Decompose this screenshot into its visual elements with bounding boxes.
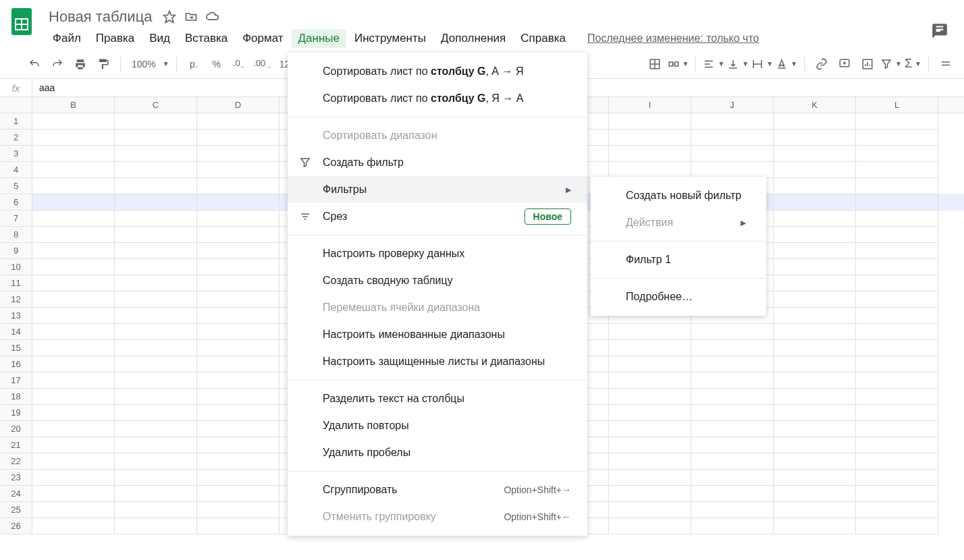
menu-sort-za[interactable]: Сортировать лист по столбцу G, Я → А [288, 85, 587, 112]
cell[interactable] [856, 372, 938, 389]
cell[interactable] [197, 340, 279, 356]
cell[interactable] [115, 340, 197, 356]
cell[interactable] [197, 162, 279, 178]
cell[interactable] [32, 146, 115, 162]
merge-cells-icon[interactable]: ▼ [668, 58, 689, 70]
cell[interactable] [774, 227, 856, 243]
menu-data-validation[interactable]: Настроить проверку данных [288, 240, 587, 267]
cell[interactable] [32, 113, 115, 130]
print-icon[interactable] [70, 54, 90, 74]
cell[interactable] [856, 227, 938, 243]
cell[interactable] [691, 324, 774, 340]
cell[interactable] [32, 421, 115, 437]
cloud-status-icon[interactable] [206, 10, 219, 24]
cell[interactable] [856, 470, 938, 486]
cell[interactable] [197, 291, 279, 308]
redo-icon[interactable] [47, 54, 68, 74]
cell[interactable] [115, 486, 197, 502]
cell[interactable] [115, 146, 197, 162]
menu-sort-az[interactable]: Сортировать лист по столбцу G, А → Я [288, 58, 587, 85]
cell[interactable] [32, 243, 115, 259]
cell[interactable] [774, 113, 856, 130]
cell[interactable] [856, 178, 938, 194]
cell[interactable] [609, 356, 691, 372]
cell[interactable] [691, 356, 774, 372]
cell[interactable] [115, 437, 197, 453]
cell[interactable] [197, 275, 279, 291]
cell[interactable] [609, 372, 691, 389]
cell[interactable] [197, 389, 279, 405]
insert-link-icon[interactable] [811, 54, 832, 74]
cell[interactable] [32, 291, 115, 308]
cell[interactable] [691, 405, 774, 421]
cell[interactable] [774, 211, 856, 227]
cell[interactable] [774, 275, 856, 291]
cell[interactable] [115, 227, 197, 243]
cell[interactable] [609, 162, 691, 178]
cell[interactable] [115, 275, 197, 291]
row-header[interactable]: 14 [0, 324, 32, 340]
menu-insert[interactable]: Вставка [178, 29, 234, 48]
cell[interactable] [32, 194, 115, 211]
cell[interactable] [197, 211, 279, 227]
cell[interactable] [197, 146, 279, 162]
cell[interactable] [197, 243, 279, 259]
row-header[interactable]: 15 [0, 340, 32, 356]
align-horizontal-icon[interactable]: ▼ [703, 58, 724, 70]
cell[interactable] [856, 211, 938, 227]
cell[interactable] [197, 113, 279, 130]
menu-help[interactable]: Справка [514, 29, 572, 48]
cell[interactable] [691, 470, 774, 486]
column-header[interactable]: B [32, 97, 115, 113]
cell[interactable] [115, 405, 197, 421]
cell[interactable] [774, 162, 856, 178]
cell[interactable] [197, 453, 279, 470]
cell[interactable] [609, 470, 691, 486]
cell[interactable] [774, 356, 856, 372]
cell[interactable] [774, 340, 856, 356]
menu-trim-whitespace[interactable]: Удалить пробелы [288, 439, 587, 466]
row-header[interactable]: 6 [0, 194, 32, 211]
cell[interactable] [32, 259, 115, 275]
row-header[interactable]: 9 [0, 243, 32, 259]
cell[interactable] [774, 259, 856, 275]
cell[interactable] [32, 227, 115, 243]
column-header[interactable]: I [609, 97, 691, 113]
cell[interactable] [856, 356, 938, 372]
cell[interactable] [856, 275, 938, 291]
row-header[interactable]: 21 [0, 437, 32, 453]
cell[interactable] [856, 113, 938, 130]
cell[interactable] [197, 421, 279, 437]
row-header[interactable]: 18 [0, 389, 32, 405]
cell[interactable] [691, 340, 774, 356]
cell[interactable] [774, 146, 856, 162]
cell[interactable] [115, 113, 197, 130]
cell[interactable] [197, 227, 279, 243]
cell[interactable] [774, 308, 856, 324]
menu-file[interactable]: Файл [46, 29, 88, 48]
menu-protected-sheets[interactable]: Настроить защищенные листы и диапазоны [288, 348, 587, 375]
cell[interactable] [691, 130, 774, 146]
cell[interactable] [856, 502, 938, 518]
cell[interactable] [856, 308, 938, 324]
cell[interactable] [856, 243, 938, 259]
cell[interactable] [856, 437, 938, 453]
cell[interactable] [609, 340, 691, 356]
cell[interactable] [32, 502, 115, 518]
undo-icon[interactable] [24, 54, 45, 74]
cell[interactable] [115, 211, 197, 227]
cell[interactable] [115, 502, 197, 518]
row-header[interactable]: 12 [0, 291, 32, 308]
menu-filters[interactable]: Фильтры ▶ [288, 176, 587, 203]
cell[interactable] [609, 130, 691, 146]
row-header[interactable]: 3 [0, 146, 32, 162]
select-all-corner[interactable] [0, 97, 32, 113]
cell[interactable] [691, 146, 774, 162]
cell[interactable] [691, 437, 774, 453]
menu-format[interactable]: Формат [236, 29, 290, 48]
column-header[interactable]: D [197, 97, 279, 113]
functions-icon[interactable]: Σ▼ [905, 57, 921, 71]
cell[interactable] [32, 453, 115, 470]
cell[interactable] [115, 518, 197, 534]
cell[interactable] [197, 502, 279, 518]
